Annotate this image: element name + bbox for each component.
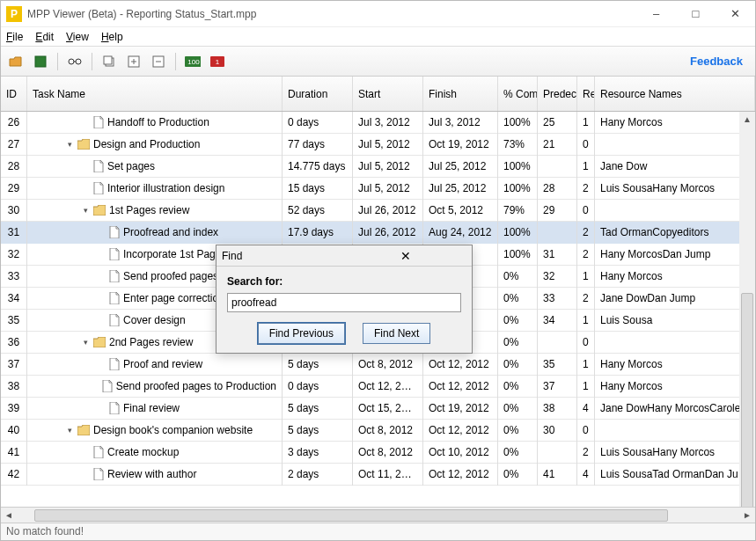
table-row[interactable]: 27▾Design and Production77 daysJul 5, 20… (1, 134, 755, 156)
table-row[interactable]: 26Handoff to Production0 daysJul 3, 2012… (1, 112, 755, 134)
col-duration[interactable]: Duration (283, 77, 353, 111)
export-icon[interactable] (33, 54, 48, 69)
table-row[interactable]: 40▾Design book's companion website5 days… (1, 420, 755, 442)
cell-task-name: Handoff to Production (27, 112, 283, 134)
col-finish[interactable]: Finish (423, 77, 498, 111)
scroll-left-icon[interactable]: ◄ (1, 508, 17, 523)
collapse-all-icon[interactable] (150, 54, 166, 69)
cell-id: 29 (1, 178, 27, 200)
cell-resource-names: Luis Sousa (595, 310, 755, 332)
menubar: File Edit View Help (1, 27, 755, 47)
dialog-titlebar: Find ✕ (217, 245, 472, 267)
minimize-button[interactable]: – (636, 1, 676, 27)
cell-start: Jul 5, 2012 (353, 178, 423, 200)
titlebar: P MPP Viewer (Beta) - Reporting Status_S… (1, 1, 755, 27)
cell-duration: 0 days (283, 112, 353, 134)
cell-pct: 0% (498, 354, 538, 376)
col-id[interactable]: ID (1, 77, 27, 111)
task-label: Send proofed pages to Production (116, 378, 276, 395)
horizontal-scrollbar[interactable]: ◄ ► (1, 507, 755, 523)
table-row[interactable]: 30▾1st Pages review52 daysJul 26, 2012Oc… (1, 200, 755, 222)
find-previous-button[interactable]: Find Previous (258, 323, 345, 344)
search-for-label: Search for: (227, 275, 461, 288)
table-row[interactable]: 41Create mockup3 daysOct 8, 2012Oct 10, … (1, 442, 755, 464)
col-task-name[interactable]: Task Name (27, 77, 283, 111)
cell-pred (538, 222, 577, 244)
cell-resource-names: Jane DowDan Jump (595, 288, 755, 310)
document-icon (109, 292, 120, 304)
close-button[interactable]: ✕ (716, 1, 755, 27)
svg-point-2 (76, 59, 81, 64)
cell-finish: Jul 3, 2012 (423, 112, 498, 134)
cell-finish: Oct 12, 2012 (423, 354, 498, 376)
table-row[interactable]: 37Proof and review5 daysOct 8, 2012Oct 1… (1, 354, 755, 376)
copy-icon[interactable] (101, 54, 117, 69)
scroll-thumb[interactable] (34, 509, 668, 522)
table-row[interactable]: 39Final review5 daysOct 15, 2012Oct 19, … (1, 398, 755, 420)
cell-id: 32 (1, 244, 27, 266)
find-icon[interactable] (67, 54, 83, 69)
maximize-button[interactable]: □ (676, 1, 716, 27)
cell-finish: Aug 24, 2012 (423, 222, 498, 244)
cell-duration: 5 days (283, 398, 353, 420)
cell-task-name: ▾Design and Production (27, 134, 283, 156)
badge-red-icon[interactable]: 1 (209, 54, 225, 69)
cell-pred: 31 (538, 244, 577, 266)
cell-id: 31 (1, 222, 27, 244)
scroll-right-icon[interactable]: ► (739, 508, 755, 523)
cell-finish: Oct 19, 2012 (423, 398, 498, 420)
cell-duration: 52 days (283, 200, 353, 222)
expander-icon[interactable]: ▾ (66, 427, 74, 435)
menu-help[interactable]: Help (101, 31, 123, 43)
find-dialog: Find ✕ Search for: Find Previous Find Ne… (216, 245, 473, 354)
vertical-scrollbar[interactable]: ▲ ▼ (739, 112, 755, 507)
col-pct-complete[interactable]: % Compl (498, 77, 538, 111)
col-predecessors[interactable]: Predec (538, 77, 577, 111)
cell-start: Oct 8, 2012 (353, 354, 423, 376)
cell-start: Oct 12, 2012 (353, 376, 423, 398)
scroll-up-icon[interactable]: ▲ (739, 112, 755, 126)
scroll-thumb[interactable] (741, 293, 753, 507)
expander-icon[interactable]: ▾ (82, 207, 90, 215)
menu-file[interactable]: File (6, 31, 23, 43)
table-row[interactable]: 42Review with author2 daysOct 11, 2012Oc… (1, 464, 755, 486)
task-label: Final review (123, 400, 180, 417)
document-icon (109, 248, 120, 260)
cell-id: 37 (1, 354, 27, 376)
table-row[interactable]: 31Proofread and index17.9 daysJul 26, 20… (1, 222, 755, 244)
cell-resource-names: Tad OrmanCopyeditors (595, 222, 755, 244)
cell-finish: Jul 25, 2012 (423, 178, 498, 200)
expand-all-icon[interactable] (126, 54, 142, 69)
badge-100-icon[interactable]: 100 (185, 54, 201, 69)
table-row[interactable]: 29Interior illustration design15 daysJul… (1, 178, 755, 200)
cell-finish: Oct 5, 2012 (423, 200, 498, 222)
expander-icon[interactable]: ▾ (82, 339, 90, 347)
expander-spacer (98, 229, 106, 237)
col-resources[interactable]: Re C (577, 77, 595, 111)
cell-resource-names: Hany Morcos (595, 112, 755, 134)
cell-task-name: Set pages (27, 156, 283, 178)
task-label: Set pages (107, 158, 155, 175)
col-resource-names[interactable]: Resource Names (595, 77, 755, 111)
feedback-link[interactable]: Feedback (690, 55, 748, 68)
table-row[interactable]: 38Send proofed pages to Production0 days… (1, 376, 755, 398)
dialog-close-icon[interactable]: ✕ (344, 249, 466, 263)
cell-finish: Jul 25, 2012 (423, 156, 498, 178)
menu-edit[interactable]: Edit (35, 31, 54, 43)
cell-start: Jul 3, 2012 (353, 112, 423, 134)
task-label: Incorporate 1st Pages (123, 246, 226, 263)
expander-spacer (82, 185, 90, 193)
search-input[interactable] (227, 293, 461, 312)
cell-duration: 5 days (283, 354, 353, 376)
toolbar-separator (175, 53, 176, 70)
menu-view[interactable]: View (66, 31, 89, 43)
folder-icon (93, 337, 106, 347)
expander-icon[interactable]: ▾ (66, 141, 74, 149)
table-row[interactable]: 28Set pages14.775 daysJul 5, 2012Jul 25,… (1, 156, 755, 178)
find-next-button[interactable]: Find Next (363, 323, 430, 344)
cell-task-name: Interior illustration design (27, 178, 283, 200)
cell-pct: 0% (498, 442, 538, 464)
open-icon[interactable] (8, 54, 24, 69)
cell-task-name: Proof and review (27, 354, 283, 376)
col-start[interactable]: Start (353, 77, 423, 111)
